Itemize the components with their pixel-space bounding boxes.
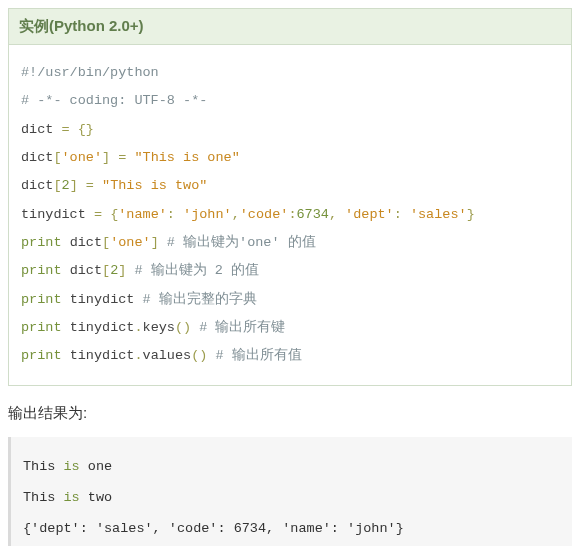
code-ident: dict (21, 122, 53, 137)
code-comma: , (232, 207, 240, 222)
code-ident: dict (70, 235, 102, 250)
code-ident: dict (21, 178, 53, 193)
code-comment: # 输出所有键 (191, 320, 285, 335)
code-colon: : (394, 207, 410, 222)
code-keyword: print (21, 292, 62, 307)
code-op: = (86, 207, 110, 222)
code-colon: : (167, 207, 183, 222)
code-ident: tinydict (70, 348, 135, 363)
output-block: This is one This is two {'dept': 'sales'… (8, 437, 572, 546)
code-bracket: [ (102, 235, 110, 250)
output-text: {'dept': 'sales', 'code': 6734, 'name': … (23, 521, 404, 536)
code-dot: . (134, 320, 142, 335)
example-header: 实例(Python 2.0+) (9, 9, 571, 45)
code-func: keys (143, 320, 175, 335)
code-bracket: ] (70, 178, 78, 193)
code-op: = (110, 150, 134, 165)
code-func: values (143, 348, 192, 363)
code-number: 6734 (296, 207, 328, 222)
output-text: two (88, 490, 112, 505)
output-text: This (23, 490, 55, 505)
code-comma: , (329, 207, 345, 222)
code-brace: {} (78, 122, 94, 137)
code-comment: # -*- coding: UTF-8 -*- (21, 93, 207, 108)
example-box: 实例(Python 2.0+) #!/usr/bin/python # -*- … (8, 8, 572, 386)
code-op: = (53, 122, 77, 137)
code-ident: dict (70, 263, 102, 278)
output-keyword: is (55, 459, 87, 474)
code-block: #!/usr/bin/python # -*- coding: UTF-8 -*… (9, 45, 571, 385)
code-space (62, 292, 70, 307)
output-text: This (23, 459, 55, 474)
code-string: 'dept' (345, 207, 394, 222)
code-space (62, 320, 70, 335)
code-keyword: print (21, 320, 62, 335)
output-keyword: is (55, 490, 87, 505)
code-comment: #!/usr/bin/python (21, 65, 159, 80)
code-bracket: [ (53, 150, 61, 165)
code-comment: # 输出键为 2 的值 (126, 263, 259, 278)
code-string: 'name' (118, 207, 167, 222)
code-bracket: [ (53, 178, 61, 193)
output-text: one (88, 459, 112, 474)
code-space (62, 263, 70, 278)
code-bracket: ] (151, 235, 159, 250)
code-dot: . (134, 348, 142, 363)
code-ident: tinydict (70, 320, 135, 335)
code-paren: () (191, 348, 207, 363)
code-string: 'one' (62, 150, 103, 165)
code-comment: # 输出键为'one' 的值 (159, 235, 316, 250)
code-space (62, 348, 70, 363)
code-ident: tinydict (70, 292, 135, 307)
code-string: "This is one" (134, 150, 239, 165)
code-number: 2 (62, 178, 70, 193)
code-keyword: print (21, 235, 62, 250)
code-string: 'sales' (410, 207, 467, 222)
code-paren: () (175, 320, 191, 335)
code-bracket: [ (102, 263, 110, 278)
code-ident: tinydict (21, 207, 86, 222)
code-bracket: ] (102, 150, 110, 165)
code-ident: dict (21, 150, 53, 165)
code-keyword: print (21, 348, 62, 363)
code-space (62, 235, 70, 250)
code-comment: # 输出所有值 (207, 348, 301, 363)
code-string: 'code' (240, 207, 289, 222)
code-keyword: print (21, 263, 62, 278)
code-string: "This is two" (102, 178, 207, 193)
code-comment: # 输出完整的字典 (134, 292, 256, 307)
code-string: 'one' (110, 235, 151, 250)
code-brace: } (467, 207, 475, 222)
code-op: = (78, 178, 102, 193)
result-label: 输出结果为: (0, 394, 580, 437)
code-string: 'john' (183, 207, 232, 222)
